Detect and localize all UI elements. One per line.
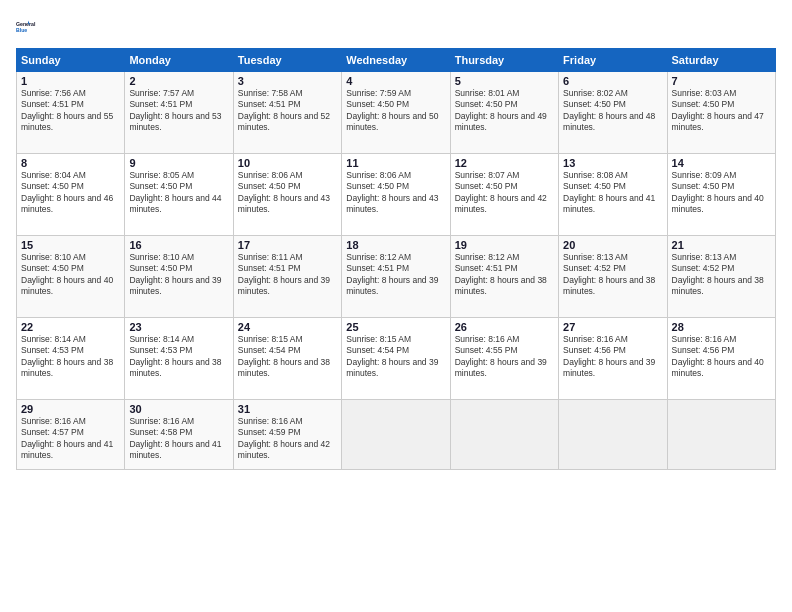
day-info: Sunrise: 8:11 AM Sunset: 4:51 PM Dayligh… [238,252,337,298]
calendar-day: 15 Sunrise: 8:10 AM Sunset: 4:50 PM Dayl… [17,236,125,318]
day-number: 20 [563,239,662,251]
day-number: 13 [563,157,662,169]
empty-cell [559,400,667,470]
day-number: 9 [129,157,228,169]
day-info: Sunrise: 8:10 AM Sunset: 4:50 PM Dayligh… [21,252,120,298]
calendar-day: 3 Sunrise: 7:58 AM Sunset: 4:51 PM Dayli… [233,72,341,154]
calendar-day: 29 Sunrise: 8:16 AM Sunset: 4:57 PM Dayl… [17,400,125,470]
calendar-day: 20 Sunrise: 8:13 AM Sunset: 4:52 PM Dayl… [559,236,667,318]
calendar-day: 26 Sunrise: 8:16 AM Sunset: 4:55 PM Dayl… [450,318,558,400]
calendar-day: 7 Sunrise: 8:03 AM Sunset: 4:50 PM Dayli… [667,72,775,154]
calendar-day: 28 Sunrise: 8:16 AM Sunset: 4:56 PM Dayl… [667,318,775,400]
calendar-day: 23 Sunrise: 8:14 AM Sunset: 4:53 PM Dayl… [125,318,233,400]
day-info: Sunrise: 8:14 AM Sunset: 4:53 PM Dayligh… [21,334,120,380]
calendar-day: 8 Sunrise: 8:04 AM Sunset: 4:50 PM Dayli… [17,154,125,236]
day-number: 4 [346,75,445,87]
calendar: SundayMondayTuesdayWednesdayThursdayFrid… [16,48,776,470]
day-info: Sunrise: 8:07 AM Sunset: 4:50 PM Dayligh… [455,170,554,216]
day-of-week-header: Friday [559,49,667,72]
day-info: Sunrise: 8:16 AM Sunset: 4:58 PM Dayligh… [129,416,228,462]
calendar-day: 6 Sunrise: 8:02 AM Sunset: 4:50 PM Dayli… [559,72,667,154]
day-number: 27 [563,321,662,333]
day-info: Sunrise: 8:16 AM Sunset: 4:59 PM Dayligh… [238,416,337,462]
header: General Blue [16,12,776,40]
day-number: 1 [21,75,120,87]
day-of-week-header: Sunday [17,49,125,72]
day-number: 5 [455,75,554,87]
empty-cell [667,400,775,470]
day-info: Sunrise: 8:05 AM Sunset: 4:50 PM Dayligh… [129,170,228,216]
calendar-day: 10 Sunrise: 8:06 AM Sunset: 4:50 PM Dayl… [233,154,341,236]
day-number: 30 [129,403,228,415]
day-info: Sunrise: 8:13 AM Sunset: 4:52 PM Dayligh… [672,252,771,298]
day-number: 2 [129,75,228,87]
day-number: 6 [563,75,662,87]
day-number: 7 [672,75,771,87]
day-info: Sunrise: 8:10 AM Sunset: 4:50 PM Dayligh… [129,252,228,298]
calendar-day: 5 Sunrise: 8:01 AM Sunset: 4:50 PM Dayli… [450,72,558,154]
calendar-day: 21 Sunrise: 8:13 AM Sunset: 4:52 PM Dayl… [667,236,775,318]
calendar-day: 24 Sunrise: 8:15 AM Sunset: 4:54 PM Dayl… [233,318,341,400]
day-info: Sunrise: 8:15 AM Sunset: 4:54 PM Dayligh… [346,334,445,380]
day-of-week-header: Saturday [667,49,775,72]
day-number: 22 [21,321,120,333]
day-number: 24 [238,321,337,333]
day-number: 17 [238,239,337,251]
day-number: 15 [21,239,120,251]
day-info: Sunrise: 8:16 AM Sunset: 4:57 PM Dayligh… [21,416,120,462]
logo: General Blue [16,12,44,40]
day-number: 25 [346,321,445,333]
day-info: Sunrise: 8:09 AM Sunset: 4:50 PM Dayligh… [672,170,771,216]
day-info: Sunrise: 8:16 AM Sunset: 4:56 PM Dayligh… [563,334,662,380]
calendar-day: 13 Sunrise: 8:08 AM Sunset: 4:50 PM Dayl… [559,154,667,236]
day-info: Sunrise: 8:16 AM Sunset: 4:56 PM Dayligh… [672,334,771,380]
day-number: 3 [238,75,337,87]
empty-cell [342,400,450,470]
day-number: 10 [238,157,337,169]
day-number: 14 [672,157,771,169]
svg-text:Blue: Blue [16,27,27,33]
calendar-day: 2 Sunrise: 7:57 AM Sunset: 4:51 PM Dayli… [125,72,233,154]
day-number: 31 [238,403,337,415]
day-info: Sunrise: 8:15 AM Sunset: 4:54 PM Dayligh… [238,334,337,380]
day-info: Sunrise: 8:02 AM Sunset: 4:50 PM Dayligh… [563,88,662,134]
day-number: 23 [129,321,228,333]
day-info: Sunrise: 8:12 AM Sunset: 4:51 PM Dayligh… [455,252,554,298]
day-info: Sunrise: 8:16 AM Sunset: 4:55 PM Dayligh… [455,334,554,380]
svg-text:General: General [16,21,36,27]
calendar-day: 27 Sunrise: 8:16 AM Sunset: 4:56 PM Dayl… [559,318,667,400]
day-info: Sunrise: 8:03 AM Sunset: 4:50 PM Dayligh… [672,88,771,134]
day-number: 16 [129,239,228,251]
day-number: 26 [455,321,554,333]
day-info: Sunrise: 8:06 AM Sunset: 4:50 PM Dayligh… [346,170,445,216]
day-of-week-header: Wednesday [342,49,450,72]
day-number: 28 [672,321,771,333]
day-of-week-header: Tuesday [233,49,341,72]
day-info: Sunrise: 8:08 AM Sunset: 4:50 PM Dayligh… [563,170,662,216]
day-info: Sunrise: 7:58 AM Sunset: 4:51 PM Dayligh… [238,88,337,134]
day-info: Sunrise: 8:04 AM Sunset: 4:50 PM Dayligh… [21,170,120,216]
day-info: Sunrise: 8:06 AM Sunset: 4:50 PM Dayligh… [238,170,337,216]
calendar-day: 19 Sunrise: 8:12 AM Sunset: 4:51 PM Dayl… [450,236,558,318]
calendar-day: 1 Sunrise: 7:56 AM Sunset: 4:51 PM Dayli… [17,72,125,154]
day-number: 29 [21,403,120,415]
day-number: 21 [672,239,771,251]
calendar-day: 16 Sunrise: 8:10 AM Sunset: 4:50 PM Dayl… [125,236,233,318]
calendar-day: 31 Sunrise: 8:16 AM Sunset: 4:59 PM Dayl… [233,400,341,470]
calendar-day: 25 Sunrise: 8:15 AM Sunset: 4:54 PM Dayl… [342,318,450,400]
day-info: Sunrise: 8:01 AM Sunset: 4:50 PM Dayligh… [455,88,554,134]
logo-icon: General Blue [16,12,44,40]
calendar-day: 17 Sunrise: 8:11 AM Sunset: 4:51 PM Dayl… [233,236,341,318]
empty-cell [450,400,558,470]
day-info: Sunrise: 8:14 AM Sunset: 4:53 PM Dayligh… [129,334,228,380]
page: General Blue SundayMondayTuesdayWednesda… [0,0,792,612]
day-number: 12 [455,157,554,169]
day-number: 11 [346,157,445,169]
calendar-day: 22 Sunrise: 8:14 AM Sunset: 4:53 PM Dayl… [17,318,125,400]
day-number: 18 [346,239,445,251]
day-info: Sunrise: 7:59 AM Sunset: 4:50 PM Dayligh… [346,88,445,134]
day-number: 8 [21,157,120,169]
calendar-day: 11 Sunrise: 8:06 AM Sunset: 4:50 PM Dayl… [342,154,450,236]
calendar-day: 30 Sunrise: 8:16 AM Sunset: 4:58 PM Dayl… [125,400,233,470]
day-info: Sunrise: 7:56 AM Sunset: 4:51 PM Dayligh… [21,88,120,134]
